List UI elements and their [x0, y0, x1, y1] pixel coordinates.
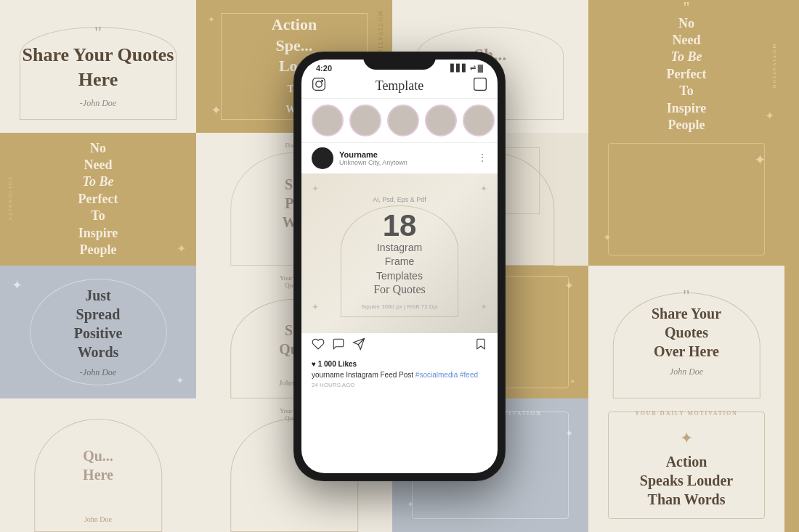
sparkle-8b: ✦: [603, 232, 612, 244]
quote-text-4: NoNeedTo BePerfectToInspirePeople: [667, 15, 707, 133]
svg-rect-0: [313, 78, 325, 90]
phone-notch: [363, 52, 436, 70]
cell-13: Qu...Here John Doe: [0, 398, 196, 532]
post-more-icon[interactable]: ⋮: [477, 152, 487, 164]
story-3[interactable]: [387, 105, 419, 136]
author-12: John Doe: [652, 367, 721, 377]
sparkle-11d: ✦: [569, 377, 575, 385]
post-bottom-text: Square 1080 px | RGB 72 Dpi: [361, 303, 438, 310]
vertical-text-4: MOTIVATION: [771, 44, 777, 89]
svg-rect-3: [474, 78, 487, 90]
post-text-line2: Frame: [385, 255, 414, 269]
comment-icon[interactable]: [332, 337, 345, 354]
sparkle-decor-2b: ✦: [208, 15, 215, 25]
author-9: -John Doe: [74, 367, 123, 378]
user-avatar: [312, 147, 333, 169]
quote-text-9: JustSpreadPositiveWords: [74, 286, 123, 361]
instagram-title: Template: [376, 78, 424, 94]
like-icon[interactable]: [312, 337, 325, 354]
sparkle-9b: ✦: [176, 375, 184, 387]
quote-text-16: ActionSpeaks LouderThan Words: [640, 452, 733, 509]
cell-12: " Share YourQuotesOver Here John Doe: [588, 266, 784, 398]
sparkle-9a: ✦: [12, 277, 23, 293]
wifi-icon: ⇌: [470, 64, 476, 72]
post-caption: yourname Instagram Feed Post #socialmedi…: [301, 369, 498, 380]
post-actions-row: [301, 333, 498, 359]
quote-text-13: Qu...Here: [83, 446, 113, 484]
story-5[interactable]: [463, 105, 495, 136]
sparkle-11a: ✦: [564, 279, 574, 292]
status-icons: ▋▋▋ ⇌ ▓: [450, 64, 483, 72]
bookmark-icon[interactable]: [474, 337, 487, 354]
user-location: Unknown City, Anytown: [339, 159, 407, 166]
cell-5: SOLIDARITY NoNeedTo BePerfectToInspirePe…: [0, 133, 196, 266]
instagram-header: Template: [301, 74, 498, 99]
author-1: -John Doe: [15, 98, 182, 109]
vertical-text-5: SOLIDARITY: [7, 177, 13, 222]
quote-text-12: Share YourQuotesOver Here: [652, 304, 721, 361]
status-time: 4:20: [316, 64, 332, 73]
cell-1: " Share Your Quotes Here -John Doe: [0, 0, 196, 133]
phone-body: 4:20 ▋▋▋ ⇌ ▓ Template: [294, 52, 505, 480]
cell-4: MOTIVATION " NoNeedTo BePerfectToInspire…: [588, 0, 784, 133]
motivation-label-16: YOUR DAILY MOTIVATION: [635, 410, 738, 417]
post-timestamp: 24 HOURS AGO: [301, 380, 498, 390]
story-1[interactable]: [312, 105, 344, 136]
phone-screen: 4:20 ▋▋▋ ⇌ ▓ Template: [301, 60, 498, 473]
story-4[interactable]: [425, 105, 457, 136]
post-sparkle-br: ✦: [480, 302, 487, 313]
post-hashtags[interactable]: #socialmedia #feed: [415, 371, 478, 379]
share-icon[interactable]: [352, 337, 365, 354]
post-text-line4: For Quotes: [373, 283, 426, 296]
signal-icon: ▋▋▋: [450, 64, 468, 72]
post-sparkle-bl: ✦: [312, 302, 319, 313]
quote-text-1: Share Your Quotes Here: [15, 43, 182, 92]
username: Yourname: [339, 150, 407, 159]
post-subtitle: Ai, Psd, Eps & Pdf: [373, 196, 426, 203]
instagram-camera-icon[interactable]: [312, 77, 326, 95]
cell-16: YOUR DAILY MOTIVATION ✦ ActionSpeaks Lou…: [588, 398, 784, 532]
sparkle-5: ✦: [177, 242, 186, 255]
sparkle-8a: ✦: [754, 151, 766, 168]
phone-mockup: 4:20 ▋▋▋ ⇌ ▓ Template: [294, 52, 505, 480]
instagram-messenger-icon[interactable]: [473, 77, 487, 95]
quote-text-5: NoNeedTo BePerfectToInspirePeople: [78, 140, 118, 259]
quote-mark-12: ": [652, 287, 721, 304]
post-sparkle-tl: ✦: [312, 184, 319, 195]
post-text-line3: Templates: [376, 269, 423, 284]
sparkle-decor-2: ✦: [211, 102, 222, 118]
sparkle-16: ✦: [640, 429, 733, 448]
post-image: ✦ ✦ ✦ ✦ Ai, Psd, Eps & Pdf 18 Instagram …: [301, 173, 498, 333]
svg-point-2: [322, 80, 323, 81]
caption-text: yourname Instagram Feed Post: [312, 371, 413, 379]
cell-8: ✦ ✦: [588, 133, 784, 266]
battery-icon: ▓: [478, 64, 483, 72]
cell-9: JustSpreadPositiveWords -John Doe ✦ ✦: [0, 266, 196, 398]
author-13: John Doe: [84, 515, 112, 523]
sparkle-15b: ✦: [407, 499, 414, 510]
sparkle-4: ✦: [765, 109, 774, 123]
svg-point-1: [316, 81, 322, 86]
post-text-line1: Instagram: [377, 241, 422, 255]
post-number: 18: [383, 210, 417, 241]
post-user-row: Yourname Unknown City, Anytown ⋮: [301, 143, 498, 173]
story-2[interactable]: [349, 105, 381, 136]
frame-8: [608, 143, 765, 256]
user-info: Yourname Unknown City, Anytown: [339, 150, 407, 166]
post-likes: ♥ 1 000 Likes: [301, 359, 498, 369]
post-sparkle-tr: ✦: [480, 184, 487, 195]
sparkle-15a: ✦: [565, 427, 574, 440]
stories-row[interactable]: [301, 99, 498, 143]
